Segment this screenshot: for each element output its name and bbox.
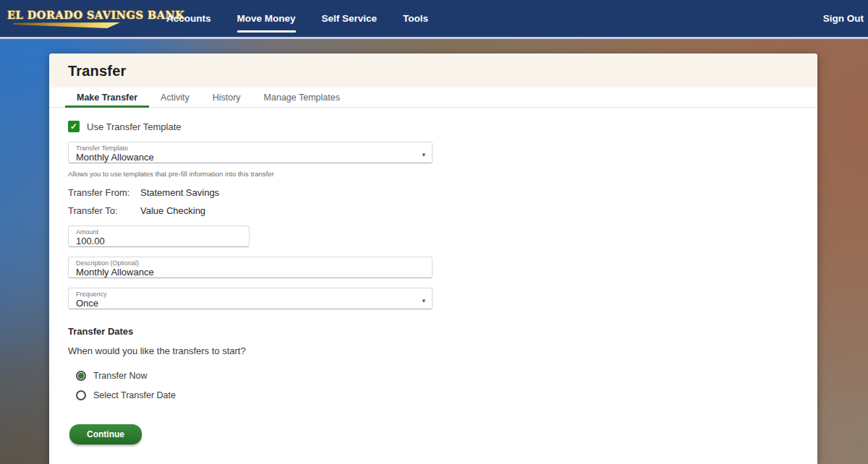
nav-item-self-service[interactable]: Self Service <box>322 9 378 28</box>
checkmark-icon: ✓ <box>70 122 77 131</box>
amount-label: Amount <box>76 228 242 236</box>
use-template-row: ✓ Use Transfer Template <box>68 121 799 132</box>
radio-dot <box>78 392 84 398</box>
tab-history[interactable]: History <box>201 87 252 107</box>
transfer-template-label: Transfer Template <box>76 145 425 152</box>
frequency-value: Once <box>76 298 407 309</box>
frequency-label: Frequency <box>76 291 425 298</box>
form-content: ✓ Use Transfer Template Transfer Templat… <box>49 121 817 444</box>
frequency-select[interactable]: Frequency Once ▾ <box>68 288 433 309</box>
transfer-from-value: Statement Savings <box>140 187 219 198</box>
transfer-from-row: Transfer From: Statement Savings <box>68 187 799 198</box>
nav-item-accounts[interactable]: Accounts <box>166 9 211 28</box>
transfer-template-select[interactable]: Transfer Template Monthly Allowance ▾ <box>68 142 433 163</box>
description-label: Description (Optional) <box>76 259 425 267</box>
radio-dot <box>78 373 84 379</box>
transfer-now-label: Transfer Now <box>93 371 148 381</box>
amount-field: Amount <box>68 225 250 247</box>
tab-activity[interactable]: Activity <box>149 87 201 107</box>
description-field: Description (Optional) <box>68 257 433 278</box>
bank-logo-text: EL DORADO SAVINGS BANK <box>7 9 123 21</box>
transfer-from-label: Transfer From: <box>68 187 140 198</box>
transfer-dates-heading: Transfer Dates <box>68 326 799 337</box>
use-template-label: Use Transfer Template <box>87 121 182 132</box>
radio-option-select-date[interactable]: Select Transfer Date <box>76 390 799 400</box>
app-viewport: EL DORADO SAVINGS BANK Accounts Move Mon… <box>0 0 868 464</box>
template-helper-text: Allows you to use templates that pre-fil… <box>68 170 799 178</box>
use-template-checkbox[interactable]: ✓ <box>68 121 80 132</box>
tab-manage-templates[interactable]: Manage Templates <box>252 87 352 107</box>
top-navbar: EL DORADO SAVINGS BANK Accounts Move Mon… <box>0 0 868 39</box>
sign-out-link[interactable]: Sign Out <box>823 13 864 24</box>
transfer-to-label: Transfer To: <box>68 205 140 216</box>
radio-option-transfer-now[interactable]: Transfer Now <box>76 371 799 381</box>
primary-nav: Accounts Move Money Self Service Tools <box>166 9 428 28</box>
chevron-down-icon: ▾ <box>422 152 425 158</box>
transfer-template-value: Monthly Allowance <box>76 152 407 163</box>
continue-button[interactable]: Continue <box>69 424 142 444</box>
transfer-start-question: When would you like the transfers to sta… <box>68 345 799 356</box>
chevron-down-icon: ▾ <box>422 298 425 304</box>
transfer-card: Transfer Make Transfer Activity History … <box>49 53 817 464</box>
card-header: Transfer <box>49 53 817 87</box>
transfer-to-row: Transfer To: Value Checking <box>68 205 799 216</box>
page-title: Transfer <box>68 63 799 80</box>
tab-bar: Make Transfer Activity History Manage Te… <box>49 87 817 108</box>
bank-logo[interactable]: EL DORADO SAVINGS BANK <box>7 9 123 28</box>
amount-input[interactable] <box>76 236 234 246</box>
radio-button-unselected[interactable] <box>76 390 86 400</box>
select-transfer-date-label: Select Transfer Date <box>93 390 176 400</box>
nav-item-tools[interactable]: Tools <box>403 9 428 28</box>
description-input[interactable] <box>76 267 407 278</box>
tab-make-transfer[interactable]: Make Transfer <box>65 87 149 107</box>
nav-item-move-money[interactable]: Move Money <box>237 9 296 28</box>
radio-button-selected[interactable] <box>76 371 86 381</box>
transfer-to-value: Value Checking <box>140 205 205 216</box>
logo-swoosh-icon <box>13 22 120 28</box>
